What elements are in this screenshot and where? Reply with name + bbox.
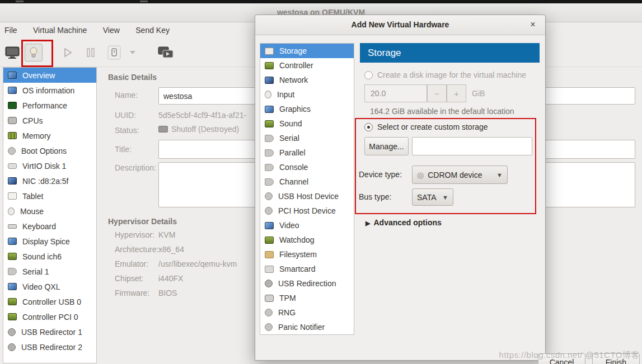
gears-icon: [265, 192, 273, 200]
hardware-type-usb-redirection[interactable]: USB Redirection: [260, 276, 354, 291]
radio-unchecked-icon[interactable]: [364, 71, 373, 79]
watermark: https://blog.csdn.net/ @51CTO博客: [499, 350, 640, 361]
hardware-type-parallel[interactable]: Parallel: [260, 145, 354, 160]
sidebar-item-tablet[interactable]: Tablet: [3, 188, 96, 204]
hypervisor-row: Emulator:/usr/libexec/qemu-kvm: [115, 259, 237, 268]
plug-icon: [265, 164, 274, 171]
mouse-icon: [8, 207, 15, 215]
size-plus-button[interactable]: +: [447, 84, 466, 102]
hardware-type-label: Console: [279, 163, 308, 172]
gears-icon: [265, 309, 273, 316]
sidebar-item-sound-ich6[interactable]: Sound ich6: [3, 249, 96, 264]
sidebar-item-usb-redirector-2[interactable]: USB Redirector 2: [3, 339, 96, 354]
sidebar-item-label: Boot Options: [21, 146, 67, 155]
hardware-type-network[interactable]: Network: [260, 73, 354, 87]
serial-icon: [8, 268, 17, 275]
sidebar-item-boot-options[interactable]: Boot Options: [3, 143, 96, 158]
hardware-type-channel[interactable]: Channel: [260, 174, 354, 189]
hardware-type-input[interactable]: Input: [260, 87, 354, 102]
hardware-type-panic-notifier[interactable]: Panic Notifier: [260, 320, 354, 334]
sidebar-item-os-information[interactable]: OS information: [3, 83, 96, 98]
size-minus-button[interactable]: −: [427, 84, 447, 102]
hardware-type-storage[interactable]: Storage: [260, 44, 354, 58]
storage-panel: Storage Create a disk image for the virt…: [354, 35, 545, 360]
hardware-type-smartcard[interactable]: Smartcard: [260, 262, 354, 276]
plus-icon: +: [454, 89, 459, 98]
hardware-type-filesystem[interactable]: Filesystem: [260, 247, 354, 262]
pause-icon[interactable]: [82, 44, 100, 62]
disk-size-input[interactable]: 20.0: [364, 84, 427, 102]
bus-type-label: Bus type:: [359, 192, 391, 201]
custom-storage-radio-row[interactable]: Select or create custom storage: [364, 122, 488, 131]
run-play-icon[interactable]: [59, 44, 77, 62]
hardware-type-rng[interactable]: RNG: [260, 305, 354, 320]
hardware-type-label: USB Host Device: [278, 192, 339, 201]
sidebar-item-performance[interactable]: Performance: [3, 98, 96, 113]
hypervisor-row-value: x86_64: [158, 245, 184, 254]
hardware-type-tpm[interactable]: TPM: [260, 291, 354, 305]
shutdown-power-icon[interactable]: [105, 44, 123, 62]
hardware-type-sound[interactable]: Sound: [260, 116, 354, 131]
sidebar-item-cpus[interactable]: CPUs: [3, 113, 96, 128]
basic-details-heading: Basic Details: [108, 73, 157, 82]
custom-storage-path-input[interactable]: [412, 137, 532, 155]
graphics-icon: [265, 106, 274, 113]
menu-file[interactable]: File: [4, 26, 17, 35]
sidebar-item-usb-redirector-1[interactable]: USB Redirector 1: [3, 324, 96, 339]
monitor-icon: [8, 87, 17, 94]
hardware-type-pci-host-device[interactable]: PCI Host Device: [260, 204, 354, 218]
shutdown-menu-caret-icon[interactable]: [126, 44, 139, 62]
device-type-dropdown[interactable]: ◎ CDROM device ▼: [412, 166, 508, 184]
gears-icon: [265, 207, 273, 215]
device-type-label: Device type:: [359, 170, 402, 179]
hardware-type-label: Graphics: [279, 105, 311, 114]
show-hardware-details-lightbulb-icon[interactable]: [25, 44, 43, 62]
sidebar-item-label: Controller USB 0: [22, 297, 81, 306]
bus-type-dropdown[interactable]: SATA ▼: [412, 188, 453, 206]
menu-virtual-machine[interactable]: Virtual Machine: [33, 26, 87, 35]
create-disk-radio-row[interactable]: Create a disk image for the virtual mach…: [364, 70, 526, 79]
sidebar-item-controller-pci-0[interactable]: Controller PCI 0: [3, 309, 96, 324]
sidebar-item-controller-usb-0[interactable]: Controller USB 0: [3, 294, 96, 309]
strip-mark: [140, 1, 148, 2]
radio-checked-icon[interactable]: [364, 123, 373, 131]
fullscreen-displays-icon[interactable]: [157, 44, 175, 62]
sidebar-item-mouse[interactable]: Mouse: [3, 204, 96, 219]
hardware-type-usb-host-device[interactable]: USB Host Device: [260, 189, 354, 204]
hardware-type-controller[interactable]: Controller: [260, 58, 354, 73]
hypervisor-row: Chipset:i440FX: [115, 274, 183, 283]
sidebar-item-label: Sound ich6: [22, 252, 62, 261]
hardware-type-graphics[interactable]: Graphics: [260, 102, 354, 116]
hardware-type-console[interactable]: Console: [260, 160, 354, 174]
hardware-type-video[interactable]: Video: [260, 218, 354, 233]
close-icon[interactable]: ×: [527, 19, 538, 30]
hardware-type-label: Watchdog: [279, 235, 315, 244]
hardware-type-label: Storage: [279, 46, 307, 55]
sidebar-item-keyboard[interactable]: Keyboard: [3, 219, 96, 234]
vm-sidebar-list: OverviewOS informationPerformanceCPUsMem…: [3, 67, 97, 363]
sidebar-item-virtio-disk-1[interactable]: VirtIO Disk 1: [3, 158, 96, 173]
status-label: Status:: [115, 126, 139, 135]
menu-view[interactable]: View: [103, 26, 120, 35]
console-monitor-icon[interactable]: [3, 44, 21, 62]
status-value-row: Shutoff (Destroyed): [158, 125, 239, 134]
menu-send-key[interactable]: Send Key: [135, 26, 170, 35]
hypervisor-row-value: KVM: [158, 230, 175, 239]
sidebar-item-display-spice[interactable]: Display Spice: [3, 234, 96, 249]
sidebar-item-nic-d8-2a-5f[interactable]: NIC :d8:2a:5f: [3, 173, 96, 188]
advanced-options-expander[interactable]: ▶Advanced options: [365, 218, 442, 227]
card-icon: [8, 313, 17, 320]
sidebar-item-serial-1[interactable]: Serial 1: [3, 264, 96, 279]
chip-icon: [8, 117, 17, 124]
mouse-icon: [265, 91, 271, 98]
hypervisor-row-value: i440FX: [158, 274, 183, 283]
sidebar-item-memory[interactable]: Memory: [3, 128, 96, 143]
hardware-type-watchdog[interactable]: Watchdog: [260, 233, 354, 247]
usb-icon: [8, 343, 16, 351]
manage-button[interactable]: Manage...: [364, 137, 409, 155]
plug-icon: [265, 135, 274, 142]
hardware-type-serial[interactable]: Serial: [260, 131, 354, 145]
uuid-value: 5d5e5cbf-4cf9-4f1a-af21-: [158, 111, 246, 120]
sidebar-item-video-qxl[interactable]: Video QXL: [3, 279, 96, 294]
sidebar-item-overview[interactable]: Overview: [3, 68, 96, 83]
